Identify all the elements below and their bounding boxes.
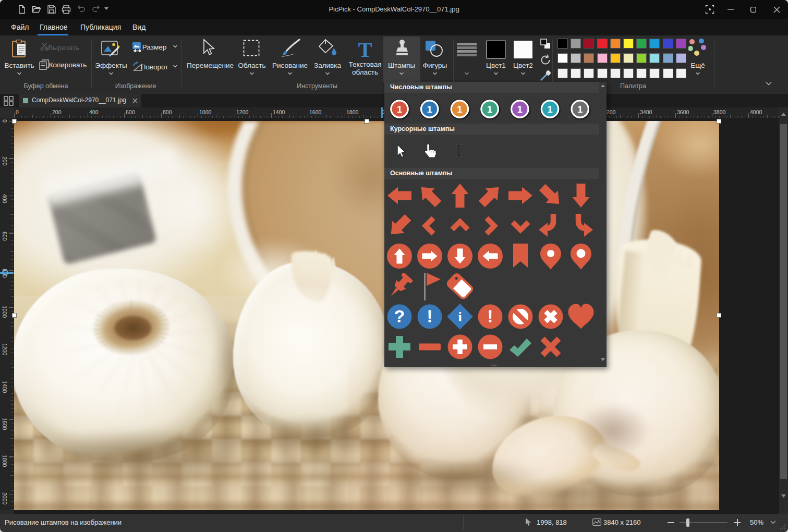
svg-text:?: ? [394,306,405,326]
svg-text:!: ! [487,306,493,326]
svg-text:1: 1 [427,104,432,115]
svg-text:1: 1 [577,104,583,115]
svg-text:1: 1 [547,104,553,115]
svg-text:1: 1 [457,104,463,115]
svg-text:i: i [458,309,462,324]
svg-text:1: 1 [517,104,523,115]
svg-text:1: 1 [397,104,403,115]
svg-text:1: 1 [487,104,493,115]
svg-text:!: ! [427,306,432,326]
